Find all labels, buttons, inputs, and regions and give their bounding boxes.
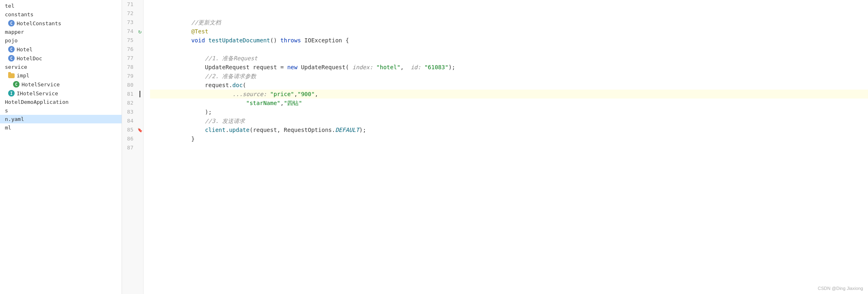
file-tree: tel constants C HotelConstants mapper po… <box>0 0 122 294</box>
code-line-73: @Test <box>150 18 868 27</box>
ml-label: ml <box>5 125 11 131</box>
constants-label: constants <box>5 11 33 18</box>
line-81: 81 <box>122 90 143 99</box>
sidebar-item-ml[interactable]: ml <box>0 123 122 132</box>
code-line-86 <box>150 134 868 143</box>
line-86: 86 <box>122 134 143 143</box>
cursor-icon <box>140 91 140 97</box>
sidebar-item-hotel-constants[interactable]: C HotelConstants <box>0 19 122 28</box>
sidebar-item-hotel[interactable]: C Hotel <box>0 45 122 54</box>
pojo-label: pojo <box>5 37 17 44</box>
line-72: 72 <box>122 9 143 18</box>
line-85: 85 🔖 <box>122 125 143 134</box>
code-content-area[interactable]: 71 72 73 74 ↻ 75 <box>122 0 868 294</box>
code-line-83: //3. 发送请求 <box>150 108 868 116</box>
code-line-84: client.update(request, RequestOptions.DE… <box>150 116 868 125</box>
sidebar-item-mapper[interactable]: mapper <box>0 28 122 36</box>
line-87: 87 <box>122 143 143 152</box>
hotel-demo-app-label: HotelDemoApplication <box>5 99 69 105</box>
sidebar-item-tel[interactable]: tel <box>0 2 122 10</box>
sidebar-item-hotel-doc[interactable]: C HotelDoc <box>0 54 122 63</box>
code-line-72: //更新文档 <box>150 9 868 18</box>
sidebar-item-hotel-demo-application[interactable]: HotelDemoApplication <box>0 98 122 106</box>
line-83: 83 <box>122 108 143 116</box>
sidebar-item-n-yaml[interactable]: n.yaml <box>0 115 122 123</box>
class-icon-hotel: C <box>8 46 15 53</box>
hotel-constants-label: HotelConstants <box>17 20 61 26</box>
sidebar-item-pojo[interactable]: pojo <box>0 36 122 45</box>
interface-icon-ihotel-service: I <box>8 90 15 97</box>
sidebar-item-ihotel-service[interactable]: I IHotelService <box>0 89 122 98</box>
line-78: 78 <box>122 63 143 72</box>
line-76: 76 <box>122 45 143 54</box>
class-icon-hotel-doc: C <box>8 55 15 61</box>
service-label: service <box>5 64 27 70</box>
code-line-80: ...source: "price","900", <box>150 81 868 90</box>
line-82: 82 <box>122 99 143 108</box>
line-84: 84 <box>122 116 143 125</box>
n-yaml-label: n.yaml <box>5 116 24 122</box>
mapper-label: mapper <box>5 29 24 35</box>
sidebar-item-service[interactable]: service <box>0 63 122 71</box>
folder-icon-impl <box>8 73 15 78</box>
watermark: CSDN @Ding Jiaxiong <box>818 286 863 291</box>
line-79: 79 <box>122 72 143 81</box>
code-line-76: //1. 准备Request <box>150 45 868 54</box>
line-80: 80 <box>122 81 143 90</box>
hotel-doc-label: HotelDoc <box>17 55 42 61</box>
line-75: 75 <box>122 36 143 45</box>
sidebar-item-s[interactable]: s <box>0 106 122 115</box>
line-71: 71 <box>122 0 143 9</box>
sidebar-item-impl[interactable]: impl <box>0 71 122 80</box>
hotel-service-label: HotelService <box>22 81 60 88</box>
code-text[interactable]: //更新文档 @Test void testUpdateDocument() t… <box>144 0 868 294</box>
impl-label: impl <box>17 72 29 79</box>
code-line-77: UpdateRequest request = new UpdateReques… <box>150 54 868 63</box>
tel-label: tel <box>5 3 14 9</box>
sidebar-item-hotel-service[interactable]: C HotelService <box>0 80 122 89</box>
ihotel-service-label: IHotelService <box>17 90 58 97</box>
code-editor: 71 72 73 74 ↻ 75 <box>122 0 868 294</box>
s-label: s <box>5 108 8 114</box>
line-numbers: 71 72 73 74 ↻ 75 <box>122 0 144 294</box>
sidebar-item-constants[interactable]: constants <box>0 10 122 19</box>
code-line-87 <box>150 143 868 152</box>
code-line-74: void testUpdateDocument() throws IOExcep… <box>150 27 868 36</box>
hotel-label: Hotel <box>17 46 33 53</box>
code-line-79: request.doc( <box>150 72 868 81</box>
class-icon-hotel-service: C <box>13 81 20 88</box>
line-74: 74 ↻ <box>122 27 143 36</box>
class-icon-hotel-constants: C <box>8 20 15 26</box>
code-line-71 <box>150 0 868 9</box>
line-77: 77 <box>122 54 143 63</box>
line-73: 73 <box>122 18 143 27</box>
